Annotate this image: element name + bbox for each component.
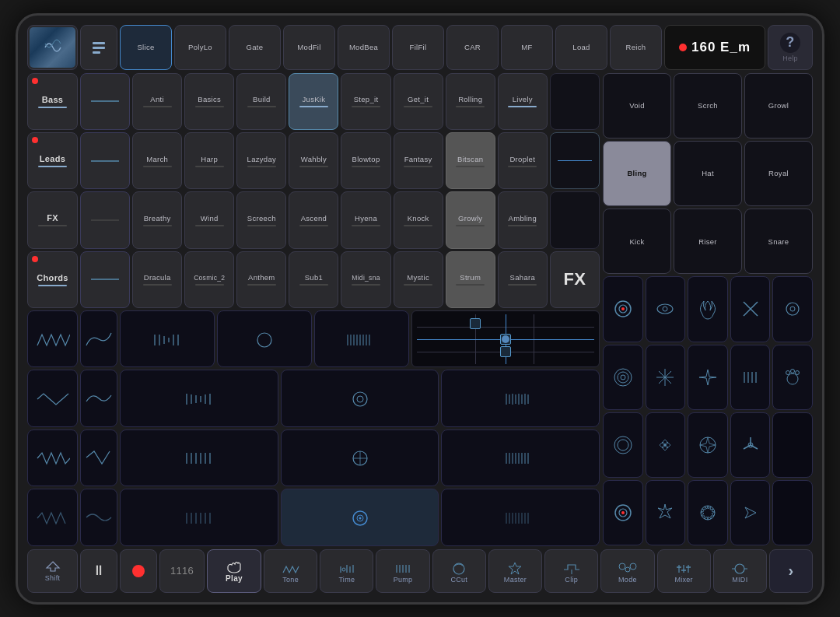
pump-button[interactable]: Pump (376, 549, 429, 593)
modbea-cell[interactable]: ModBea (338, 25, 390, 70)
sahara-cell[interactable]: Sahara (498, 251, 548, 308)
wave1-type2[interactable] (80, 310, 117, 367)
wind-cell[interactable]: Wind (184, 191, 234, 248)
icon-gear-cell[interactable] (772, 276, 813, 342)
fantasy-cell[interactable]: Fantasy (394, 132, 443, 189)
icon-rings-cell[interactable] (603, 345, 643, 410)
juskik-cell[interactable]: JusKik (289, 73, 338, 130)
time-button[interactable]: Time (320, 549, 373, 593)
anthem-cell[interactable]: Anthem (236, 251, 286, 308)
hyena-cell[interactable]: Hyena (341, 191, 390, 248)
mystic-cell[interactable]: Mystic (394, 251, 443, 308)
strum-cell[interactable]: Strum (446, 251, 495, 308)
hat-cell[interactable]: Hat (674, 141, 742, 206)
wave2-type3[interactable] (120, 370, 278, 426)
riser-cell[interactable]: Riser (674, 209, 742, 274)
master-button[interactable]: Master (488, 549, 542, 593)
tone-button[interactable]: Tone (264, 549, 317, 593)
icon-cross-cell[interactable] (730, 276, 771, 342)
bass-label-cell[interactable]: Bass (27, 73, 78, 130)
wave4-type5[interactable] (441, 489, 600, 545)
icon-bars-cell[interactable] (730, 345, 771, 410)
icon-sawblade-cell[interactable] (688, 480, 728, 545)
clip-button[interactable]: Clip (544, 549, 598, 593)
wave4-type1[interactable] (27, 489, 78, 545)
wave2-type2[interactable] (80, 370, 117, 426)
reich-cell[interactable]: Reich (610, 25, 662, 70)
wave3-type3[interactable] (120, 429, 278, 486)
wave4-type3[interactable] (120, 489, 278, 545)
wave2-type1[interactable] (27, 370, 78, 426)
growly-cell[interactable]: Growly (446, 191, 495, 248)
growl-cell[interactable]: Growl (744, 73, 813, 138)
chords-label-cell[interactable]: Chords (27, 251, 78, 308)
icon-snowflake-cell[interactable] (646, 345, 686, 410)
lively-cell[interactable]: Lively (498, 73, 548, 130)
wave1-type1[interactable] (27, 310, 78, 367)
fx-big-cell[interactable]: FX (550, 251, 600, 308)
gate-cell[interactable]: Gate (229, 25, 281, 70)
bitscan-cell[interactable]: Bitscan (446, 132, 495, 189)
filfil-cell[interactable]: FilFil (392, 25, 444, 70)
icon-star-cell[interactable] (646, 480, 686, 545)
mf-cell[interactable]: MF (501, 25, 553, 70)
wave4-type2[interactable] (80, 489, 117, 545)
rolling-cell[interactable]: Rolling (446, 73, 495, 130)
wave1-type5[interactable] (314, 310, 409, 367)
fx-label-cell[interactable]: FX (27, 191, 78, 248)
wave3-type5[interactable] (441, 429, 600, 486)
screech-cell[interactable]: Screech (236, 191, 286, 248)
build-cell[interactable]: Build (236, 73, 286, 130)
icon-ninja-cell[interactable] (646, 412, 686, 478)
harp-cell[interactable]: Harp (184, 132, 234, 189)
car-cell[interactable]: CAR (446, 25, 499, 70)
load-cell[interactable]: Load (555, 25, 607, 70)
logo-cell[interactable] (27, 25, 78, 70)
icon-flame-cell[interactable] (688, 276, 728, 342)
pause-button[interactable]: ⏸ (80, 549, 117, 593)
icon-paw-cell[interactable] (772, 345, 813, 410)
wave3-type4[interactable] (281, 429, 439, 486)
basics-cell[interactable]: Basics (184, 73, 234, 130)
march-cell[interactable]: March (132, 132, 182, 189)
ascend-cell[interactable]: Ascend (289, 191, 338, 248)
wave1-type3[interactable] (120, 310, 215, 367)
anti-cell[interactable]: Anti (132, 73, 182, 130)
icon-shuriken-cell[interactable] (688, 345, 728, 410)
sequencer-area[interactable] (411, 310, 600, 367)
icon-rings2-cell[interactable] (603, 412, 643, 478)
void-cell[interactable]: Void (603, 73, 671, 138)
seq-node-3[interactable] (500, 346, 511, 357)
wave2-type5[interactable] (441, 370, 600, 426)
getit-cell[interactable]: Get_it (394, 73, 443, 130)
wave3-type2[interactable] (80, 429, 117, 486)
dracula-cell[interactable]: Dracula (132, 251, 182, 308)
nav-icon-cell[interactable] (80, 25, 117, 70)
midi-button[interactable]: MIDI (713, 549, 767, 593)
icon-prop-cell[interactable] (730, 412, 771, 478)
icon-complex-cell[interactable] (688, 412, 728, 478)
knock-cell[interactable]: Knock (394, 191, 443, 248)
wave3-type1[interactable] (27, 429, 78, 486)
snare-cell[interactable]: Snare (744, 209, 813, 274)
sub1-cell[interactable]: Sub1 (289, 251, 338, 308)
lazyday-cell[interactable]: Lazyday (236, 132, 286, 189)
seq-node-1[interactable] (470, 318, 481, 329)
icon-knife-cell[interactable] (730, 480, 771, 545)
leads-label-cell[interactable]: Leads (27, 132, 78, 189)
wave1-type4[interactable] (217, 310, 312, 367)
cosmic2-cell[interactable]: Cosmic_2 (184, 251, 234, 308)
mixer-button[interactable]: Mixer (657, 549, 711, 593)
shift-button[interactable]: Shift (27, 549, 78, 593)
royal-cell[interactable]: Royal (744, 141, 813, 206)
droplet-cell[interactable]: Droplet (498, 132, 548, 189)
ccut-button[interactable]: CCut (432, 549, 486, 593)
blowtop-cell[interactable]: Blowtop (341, 132, 390, 189)
wave2-type4[interactable] (281, 370, 439, 426)
scrch-cell[interactable]: Scrch (674, 73, 742, 138)
icon-target2-cell[interactable] (603, 480, 643, 545)
play-button[interactable]: Play (207, 549, 261, 593)
polylo-cell[interactable]: PolyLo (174, 25, 226, 70)
icon-eye-cell[interactable] (646, 276, 686, 342)
stepit-cell[interactable]: Step_it (341, 73, 390, 130)
